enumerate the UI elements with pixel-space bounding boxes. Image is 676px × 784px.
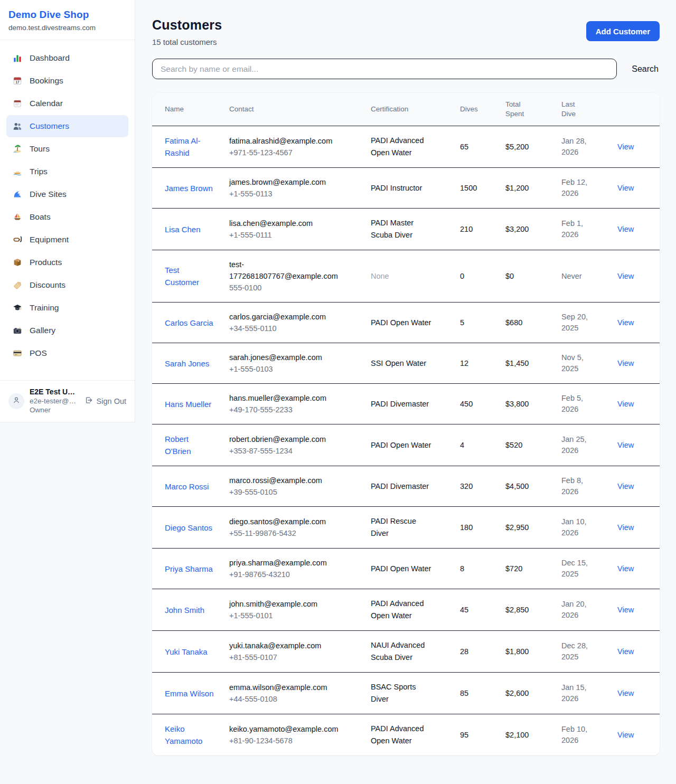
customer-name-link[interactable]: Robert O'Brien [165,433,215,457]
customer-certification: None [371,270,389,282]
view-customer-link[interactable]: View [617,184,634,192]
view-customer-link[interactable]: View [617,606,634,614]
customer-dives: 12 [460,359,468,367]
customer-name-link[interactable]: Carlos Garcia [165,317,213,329]
customer-name-link[interactable]: Yuki Tanaka [165,646,208,658]
view-customer-link[interactable]: View [617,318,634,327]
view-customer-link[interactable]: View [617,359,634,367]
table-row: Sarah Jonessarah.jones@example.com+1-555… [152,343,660,384]
user-icon [12,396,21,407]
view-customer-link[interactable]: View [617,272,634,280]
pos-icon [12,348,23,358]
brand-block: Demo Dive Shop demo.test.divestreams.com [0,0,135,40]
customer-total-spent: $4,500 [505,482,529,490]
customer-name-link[interactable]: Lisa Chen [165,223,201,235]
table-row: Marco Rossimarco.rossi@example.com+39-55… [152,466,660,507]
discounts-icon [12,280,23,290]
user-role: Owner [30,405,76,414]
sidebar-item-label: Customers [30,120,69,132]
customer-last-dive: Jan 20, 2026 [561,599,595,621]
customer-name-link[interactable]: John Smith [165,604,204,616]
customer-name-link[interactable]: James Brown [165,182,213,194]
sidebar-item-label: Calendar [30,98,63,109]
customer-email: lisa.chen@example.com [229,218,344,229]
svg-text:17: 17 [15,80,20,84]
sidebar-item-calendar[interactable]: Calendar [6,92,128,115]
view-customer-link[interactable]: View [617,731,634,739]
search-button[interactable]: Search [631,62,660,76]
customer-phone: 555-0100 [229,282,365,294]
sidebar-item-training[interactable]: Training [6,297,128,319]
sidebar-item-customers[interactable]: Customers [6,115,128,137]
customer-name-link[interactable]: Priya Sharma [165,563,213,575]
page-title-block: Customers 15 total customers [152,17,222,46]
customer-phone: +1-555-0101 [229,610,365,621]
customer-email: marco.rossi@example.com [229,475,344,486]
customer-email: priya.sharma@example.com [229,557,344,569]
customer-name-link[interactable]: Hans Mueller [165,398,211,410]
sidebar-item-products[interactable]: Products [6,251,128,273]
customer-name-link[interactable]: Emma Wilson [165,687,214,700]
dashboard-icon [12,53,23,63]
view-customer-link[interactable]: View [617,400,634,408]
table-row: Fatima Al-Rashidfatima.alrashid@example.… [152,126,660,168]
sidebar: Demo Dive Shop demo.test.divestreams.com… [0,0,135,422]
customer-total-spent: $1,200 [505,184,529,192]
sidebar-item-trips[interactable]: Trips [6,160,128,183]
customers-table: NameContactCertificationDivesTotal Spent… [152,93,660,755]
sidebar-item-discounts[interactable]: Discounts [6,274,128,296]
bookings-icon: 17 [12,75,23,86]
customer-name-link[interactable]: Diego Santos [165,522,212,534]
gallery-icon [12,325,23,336]
customer-name-link[interactable]: Marco Rossi [165,480,209,493]
customer-email: sarah.jones@example.com [229,352,344,363]
customer-phone: +81-555-0107 [229,651,365,663]
sidebar-item-tours[interactable]: Tours [6,138,128,160]
view-customer-link[interactable]: View [617,564,634,573]
table-row: Diego Santosdiego.santos@example.com+55-… [152,507,660,549]
table-row: Robert O'Brienrobert.obrien@example.com+… [152,424,660,466]
customer-name-link[interactable]: Test Customer [165,264,215,288]
sidebar-item-label: Products [30,257,62,268]
search-input[interactable] [152,59,617,79]
view-customer-link[interactable]: View [617,482,634,490]
trips-icon [12,166,23,177]
customer-name-link[interactable]: Fatima Al-Rashid [165,135,215,159]
customer-dives: 5 [460,318,464,327]
view-customer-link[interactable]: View [617,441,634,449]
customer-dives: 450 [460,400,473,408]
table-row: Lisa Chenlisa.chen@example.com+1-555-011… [152,209,660,250]
products-icon [12,257,23,268]
table-row: Keiko Yamamotokeiko.yamamoto@example.com… [152,714,660,756]
customer-total-spent: $2,100 [505,731,529,739]
table-row: John Smithjohn.smith@example.com+1-555-0… [152,589,660,631]
customer-name-link[interactable]: Sarah Jones [165,357,209,370]
sidebar-item-boats[interactable]: Boats [6,206,128,228]
view-customer-link[interactable]: View [617,523,634,532]
sidebar-item-label: Dashboard [30,52,70,64]
column-header-dives: Dives [460,93,505,126]
view-customer-link[interactable]: View [617,647,634,656]
column-header-last-dive: Last Dive [561,93,617,126]
customer-email: diego.santos@example.com [229,516,344,527]
sidebar-item-bookings[interactable]: 17Bookings [6,70,128,92]
sign-out-button[interactable]: Sign Out [84,396,126,406]
view-customer-link[interactable]: View [617,143,634,151]
view-customer-link[interactable]: View [617,689,634,697]
customer-email: emma.wilson@example.com [229,682,344,693]
customer-name-link[interactable]: Keiko Yamamoto [165,723,215,747]
sidebar-item-gallery[interactable]: Gallery [6,319,128,342]
sidebar-item-dashboard[interactable]: Dashboard [6,47,128,69]
customer-last-dive: Jan 15, 2026 [561,682,595,704]
view-customer-link[interactable]: View [617,225,634,233]
customer-phone: +34-555-0110 [229,323,365,334]
sidebar-item-pos[interactable]: POS [6,342,128,364]
customer-total-spent: $0 [505,272,514,280]
sidebar-item-equipment[interactable]: Equipment [6,229,128,251]
sidebar-nav: Dashboard17BookingsCalendarCustomersTour… [0,40,135,380]
customer-phone: +49-170-555-2233 [229,404,365,415]
customer-dives: 320 [460,482,473,490]
sidebar-item-dive-sites[interactable]: Dive Sites [6,183,128,205]
customer-certification: PADI Rescue Diver [371,515,433,540]
add-customer-button[interactable]: Add Customer [586,21,660,41]
